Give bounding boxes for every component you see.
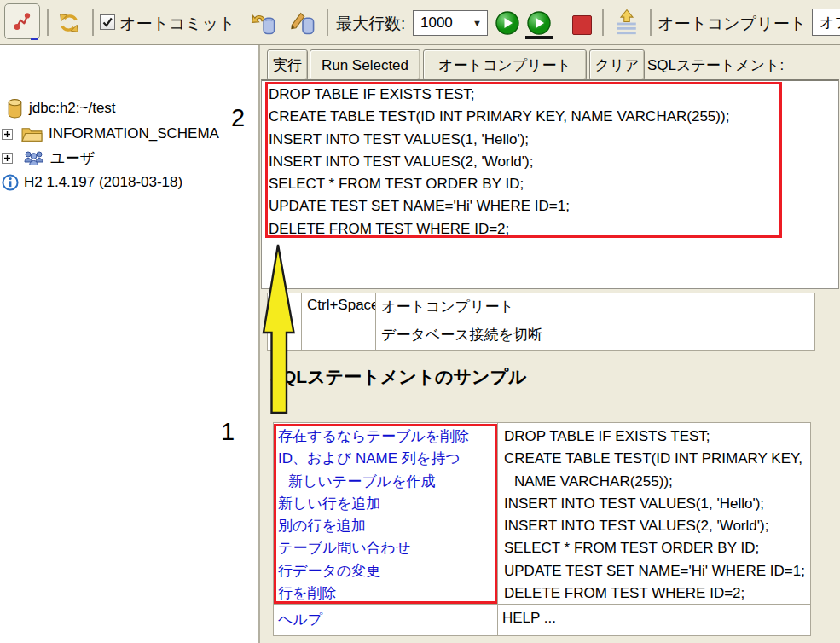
disconnect-icon [12,11,32,32]
commit-icon[interactable] [289,10,316,36]
autocomplete-glyph [615,9,639,35]
sample-sql-cell: DROP TABLE IF EXISTS TEST; CREATE TABLE … [498,423,810,605]
folder-icon [21,126,43,142]
help-sql-cell: HELP ... [498,605,810,635]
focus-underline [31,38,38,40]
autocomplete-select[interactable]: オフ [812,9,840,36]
sample-sql-line: DROP TABLE IF EXISTS TEST; [504,426,810,448]
refresh-glyph [56,11,82,35]
refresh-icon[interactable] [56,11,82,35]
max-rows-select[interactable]: 1000 ▼ [413,10,488,36]
sample-link-update-row[interactable]: 行データの変更 [278,563,380,579]
sql-statement-label: SQLステートメント: [647,55,784,75]
run-selected-glyph [527,11,551,35]
shortcut-key-cell [302,322,376,350]
autocommit-checkbox[interactable] [100,14,115,30]
shortcut-icon-cell [268,322,302,350]
database-tree-panel: jdbc:h2:~/test INFORMATION_SCHEMA [0,45,258,643]
run-selected-icon[interactable] [527,11,551,35]
help-link[interactable]: ヘルプ [278,611,322,628]
database-icon [7,99,23,119]
autocommit-label: オートコミット [119,13,235,35]
shortcut-key-cell: Ctrl+Space [302,293,376,322]
sample-sql-line: NAME VARCHAR(255)); [504,471,810,493]
disconnect-icon [269,328,286,343]
sample-link-create-table[interactable]: 新しいテーブルを作成 [288,473,435,489]
toolbar-separator [327,9,328,36]
tree-item-label: jdbc:h2:~/test [29,100,116,117]
info-icon [2,174,19,191]
max-rows-value: 1000 [414,14,472,32]
autocomplete-value: オフ [813,13,840,32]
sample-links-cell: 存在するならテーブルを削除 ID、および NAME 列を持つ 新しいテーブルを作… [274,423,498,605]
run-glyph [495,11,519,35]
tree-item-database[interactable]: jdbc:h2:~/test [7,97,116,119]
help-link-cell: ヘルプ [274,605,498,635]
rollback-icon[interactable] [248,10,277,36]
checkmark-icon [101,16,113,28]
users-icon [23,148,44,167]
tree-item-label: ユーザ [50,148,95,168]
tree-item-version[interactable]: H2 1.4.197 (2018-03-18) [2,171,182,194]
shortcut-table: Ctrl+Space オートコンプリート データベース接続を切断 [267,293,815,351]
toolbar-separator [92,9,94,36]
sample-sql-line: INSERT INTO TEST VALUES(2, 'World'); [504,515,810,537]
shortcut-description-cell: データベース接続を切断 [376,322,814,350]
sample-sql-line: UPDATE TEST SET NAME='Hi' WHERE ID=1; [504,560,810,582]
autocomplete-button[interactable]: オートコンプリート [423,49,587,81]
sample-sql-line: SELECT * FROM TEST ORDER BY ID; [504,537,810,559]
disconnect-button[interactable] [4,3,40,39]
shortcut-icon-cell [268,293,302,322]
toolbar-separator [650,9,652,36]
tree-item-users[interactable]: ユーザ [2,147,95,169]
sql-input[interactable]: DROP TABLE IF EXISTS TEST; CREATE TABLE … [261,79,839,289]
autocomplete-icon[interactable] [615,9,639,35]
sample-link-create-table[interactable]: ID、および NAME 列を持つ [278,450,461,466]
sample-link-insert-row[interactable]: 新しい行を追加 [278,495,380,512]
tree-item-label: INFORMATION_SCHEMA [49,125,219,142]
chevron-down-icon: ▼ [472,18,487,28]
run-button[interactable]: 実行 [267,49,308,81]
clear-button[interactable]: クリア [589,49,645,81]
expand-plus-icon[interactable] [2,129,13,140]
sample-sql-line: DELETE FROM TEST WHERE ID=2; [504,582,810,605]
run-selected-button[interactable]: Run Selected [310,49,420,81]
sample-link-query-table[interactable]: テーブル問い合わせ [278,540,410,556]
sample-sql-line: INSERT INTO TEST VALUES(1, 'Hello'); [504,493,810,515]
sample-link-drop-table[interactable]: 存在するならテーブルを削除 [278,428,469,444]
autocomplete-label: オートコンプリート [658,13,806,35]
stop-icon[interactable] [572,15,592,35]
run-icon[interactable] [495,11,519,35]
toolbar-separator [602,9,604,36]
commit-glyph [289,10,316,36]
tree-item-information-schema[interactable]: INFORMATION_SCHEMA [2,123,219,145]
toolbar: オートコミット 最大行数: 1000 ▼ [0,0,840,45]
expand-plus-icon[interactable] [2,153,13,164]
h2-console-screen: オートコミット 最大行数: 1000 ▼ [0,0,840,643]
samples-table: 存在するならテーブルを削除 ID、および NAME 列を持つ 新しいテーブルを作… [273,422,811,636]
shortcut-description-cell: オートコンプリート [376,293,814,322]
toolbar-separator [47,9,49,36]
sample-link-insert-another-row[interactable]: 別の行を追加 [278,518,366,534]
rollback-glyph [248,10,277,36]
run-selected-underline [525,36,553,39]
samples-heading: SQLステートメントのサンプル [270,365,527,389]
max-rows-label: 最大行数: [336,13,405,35]
tree-item-label: H2 1.4.197 (2018-03-18) [24,174,182,191]
sample-sql-line: CREATE TABLE TEST(ID INT PRIMARY KEY, [504,448,810,470]
sample-link-delete-row[interactable]: 行を削除 [278,585,336,601]
